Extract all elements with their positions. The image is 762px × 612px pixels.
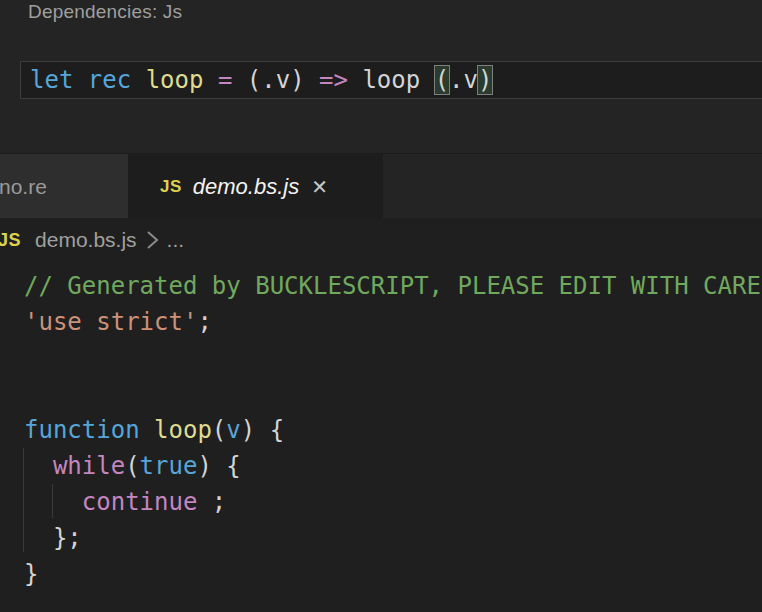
code-token: = [218, 66, 232, 94]
indent-guide [52, 484, 53, 518]
tab-label: no.re [0, 175, 47, 199]
code-lines[interactable]: // Generated by BUCKLESCRIPT, PLEASE EDI… [0, 268, 762, 612]
code-token [24, 452, 53, 480]
editor-pane: JS demo.bs.js ... // Generated by BUCKLE… [0, 218, 762, 612]
top-panel: Dependencies: Js let rec loop = (.v) => … [0, 0, 762, 153]
code-line: function loop(v) { [24, 412, 762, 448]
code-token: rec [88, 66, 131, 94]
code-token: .v [449, 66, 478, 94]
code-token: ) { [197, 452, 240, 480]
code-token: (.v) [232, 66, 319, 94]
code-token: => [319, 66, 348, 94]
code-token: continue [82, 488, 198, 516]
code-token: function [24, 416, 140, 444]
code-token [131, 66, 145, 94]
code-token: ( [125, 452, 139, 480]
code-token: } [24, 560, 38, 588]
code-token: ( [212, 416, 226, 444]
code-token: }; [24, 524, 82, 552]
code-line: // Generated by BUCKLESCRIPT, PLEASE EDI… [24, 268, 762, 304]
code-token: true [140, 452, 198, 480]
code-token: ) [478, 66, 492, 94]
code-token: ; [197, 488, 226, 516]
code-line [24, 376, 762, 412]
code-token: 'use strict' [24, 308, 197, 336]
breadcrumb-ellipsis[interactable]: ... [167, 228, 185, 252]
tab-title: demo.bs.js [193, 174, 299, 200]
code-token [140, 416, 154, 444]
code-token: ; [197, 308, 211, 336]
code-token: while [53, 452, 125, 480]
code-token: loop [146, 66, 204, 94]
code-token: let [30, 66, 73, 94]
chevron-right-icon [146, 229, 159, 251]
tab-demo-bs-js[interactable]: JS demo.bs.js ✕ [128, 154, 383, 219]
code-token [203, 66, 217, 94]
tab-bar: no.re JS demo.bs.js ✕ [0, 153, 762, 218]
code-line: } [24, 556, 762, 592]
dependencies-label: Dependencies: Js [28, 1, 182, 23]
indent-guide [23, 448, 24, 552]
code-line: 'use strict'; [24, 304, 762, 340]
code-line: }; [24, 520, 762, 556]
js-file-icon: JS [0, 230, 21, 251]
code-token: ) { [241, 416, 284, 444]
close-icon[interactable]: ✕ [311, 175, 328, 199]
code-line [24, 340, 762, 376]
code-line: continue ; [24, 484, 762, 520]
code-token: loop [348, 66, 435, 94]
code-token: v [226, 416, 240, 444]
reason-code-box[interactable]: let rec loop = (.v) => loop (.v) [20, 61, 762, 99]
reason-code-line: let rec loop = (.v) => loop (.v) [30, 66, 492, 94]
tab-demo-re[interactable]: no.re [0, 154, 128, 219]
js-file-icon: JS [160, 177, 182, 197]
code-line: while(true) { [24, 448, 762, 484]
code-token: // Generated by BUCKLESCRIPT, PLEASE EDI… [24, 272, 761, 300]
breadcrumb: JS demo.bs.js ... [0, 218, 762, 262]
code-token: ( [435, 66, 449, 94]
code-token: loop [154, 416, 212, 444]
breadcrumb-file-name[interactable]: demo.bs.js [35, 228, 137, 252]
code-token [73, 66, 87, 94]
